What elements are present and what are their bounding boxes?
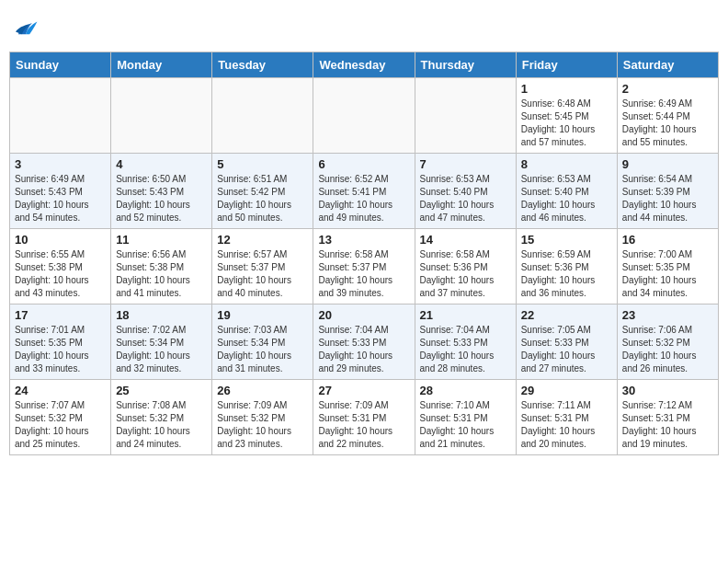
calendar-week-row: 3Sunrise: 6:49 AM Sunset: 5:43 PM Daylig…: [10, 154, 719, 229]
day-number: 11: [116, 233, 207, 247]
calendar-day-cell: 1Sunrise: 6:48 AM Sunset: 5:45 PM Daylig…: [516, 78, 617, 154]
day-number: 18: [116, 308, 207, 322]
day-info: Sunrise: 6:53 AM Sunset: 5:40 PM Dayligh…: [521, 173, 612, 224]
logo: [13, 17, 42, 37]
day-info: Sunrise: 7:01 AM Sunset: 5:35 PM Dayligh…: [15, 324, 106, 375]
day-info: Sunrise: 7:10 AM Sunset: 5:31 PM Dayligh…: [420, 399, 511, 451]
calendar-day-cell: 29Sunrise: 7:11 AM Sunset: 5:31 PM Dayli…: [516, 380, 617, 455]
calendar-table: SundayMondayTuesdayWednesdayThursdayFrid…: [9, 52, 719, 455]
logo-icon: [13, 17, 39, 37]
calendar-day-cell: 9Sunrise: 6:54 AM Sunset: 5:39 PM Daylig…: [617, 154, 718, 229]
day-info: Sunrise: 7:09 AM Sunset: 5:32 PM Dayligh…: [217, 399, 308, 451]
calendar-day-cell: 3Sunrise: 6:49 AM Sunset: 5:43 PM Daylig…: [10, 154, 111, 229]
calendar-week-row: 1Sunrise: 6:48 AM Sunset: 5:45 PM Daylig…: [10, 78, 719, 154]
calendar-day-cell: 6Sunrise: 6:52 AM Sunset: 5:41 PM Daylig…: [313, 154, 415, 229]
day-info: Sunrise: 6:58 AM Sunset: 5:37 PM Dayligh…: [318, 248, 409, 300]
day-number: 30: [622, 384, 713, 397]
day-info: Sunrise: 7:11 AM Sunset: 5:31 PM Dayligh…: [521, 399, 612, 451]
day-of-week-header: Monday: [111, 52, 212, 78]
day-info: Sunrise: 7:00 AM Sunset: 5:35 PM Dayligh…: [622, 248, 713, 300]
calendar-week-row: 17Sunrise: 7:01 AM Sunset: 5:35 PM Dayli…: [10, 304, 719, 380]
day-number: 20: [318, 308, 409, 322]
day-of-week-header: Wednesday: [313, 52, 415, 78]
day-info: Sunrise: 7:07 AM Sunset: 5:32 PM Dayligh…: [15, 399, 106, 451]
day-of-week-header: Tuesday: [212, 52, 313, 78]
calendar-day-cell: 22Sunrise: 7:05 AM Sunset: 5:33 PM Dayli…: [516, 304, 617, 380]
day-number: 2: [622, 82, 713, 96]
day-number: 1: [521, 82, 612, 96]
day-info: Sunrise: 6:50 AM Sunset: 5:43 PM Dayligh…: [116, 173, 207, 224]
calendar-day-cell: 5Sunrise: 6:51 AM Sunset: 5:42 PM Daylig…: [212, 154, 313, 229]
day-info: Sunrise: 6:59 AM Sunset: 5:36 PM Dayligh…: [521, 248, 612, 300]
calendar-day-cell: 16Sunrise: 7:00 AM Sunset: 5:35 PM Dayli…: [617, 229, 718, 304]
day-number: 21: [420, 308, 511, 322]
calendar-day-cell: 30Sunrise: 7:12 AM Sunset: 5:31 PM Dayli…: [617, 380, 718, 455]
day-number: 12: [217, 233, 308, 247]
day-info: Sunrise: 6:55 AM Sunset: 5:38 PM Dayligh…: [15, 248, 106, 300]
day-number: 10: [15, 233, 106, 247]
calendar-day-cell: [313, 78, 415, 154]
day-number: 13: [318, 233, 409, 247]
day-number: 15: [521, 233, 612, 247]
calendar-day-cell: 24Sunrise: 7:07 AM Sunset: 5:32 PM Dayli…: [10, 380, 111, 455]
calendar-day-cell: 19Sunrise: 7:03 AM Sunset: 5:34 PM Dayli…: [212, 304, 313, 380]
calendar-day-cell: 2Sunrise: 6:49 AM Sunset: 5:44 PM Daylig…: [617, 78, 718, 154]
day-info: Sunrise: 6:51 AM Sunset: 5:42 PM Dayligh…: [217, 173, 308, 224]
day-number: 8: [521, 157, 612, 171]
calendar-day-cell: 20Sunrise: 7:04 AM Sunset: 5:33 PM Dayli…: [313, 304, 415, 380]
day-info: Sunrise: 6:54 AM Sunset: 5:39 PM Dayligh…: [622, 173, 713, 224]
day-number: 5: [217, 157, 308, 171]
day-info: Sunrise: 6:49 AM Sunset: 5:44 PM Dayligh…: [622, 98, 713, 149]
day-number: 19: [217, 308, 308, 322]
day-info: Sunrise: 7:02 AM Sunset: 5:34 PM Dayligh…: [116, 324, 207, 375]
calendar-day-cell: 21Sunrise: 7:04 AM Sunset: 5:33 PM Dayli…: [415, 304, 516, 380]
day-info: Sunrise: 7:05 AM Sunset: 5:33 PM Dayligh…: [521, 324, 612, 375]
calendar-day-cell: 4Sunrise: 6:50 AM Sunset: 5:43 PM Daylig…: [111, 154, 212, 229]
calendar-day-cell: 18Sunrise: 7:02 AM Sunset: 5:34 PM Dayli…: [111, 304, 212, 380]
calendar-day-cell: 23Sunrise: 7:06 AM Sunset: 5:32 PM Dayli…: [617, 304, 718, 380]
calendar-day-cell: 15Sunrise: 6:59 AM Sunset: 5:36 PM Dayli…: [516, 229, 617, 304]
day-info: Sunrise: 6:53 AM Sunset: 5:40 PM Dayligh…: [420, 173, 511, 224]
calendar-day-cell: [111, 78, 212, 154]
day-of-week-header: Saturday: [617, 52, 718, 78]
day-number: 9: [622, 157, 713, 171]
day-of-week-header: Thursday: [415, 52, 516, 78]
day-number: 23: [622, 308, 713, 322]
day-info: Sunrise: 6:49 AM Sunset: 5:43 PM Dayligh…: [15, 173, 106, 224]
day-info: Sunrise: 6:58 AM Sunset: 5:36 PM Dayligh…: [420, 248, 511, 300]
day-info: Sunrise: 6:52 AM Sunset: 5:41 PM Dayligh…: [318, 173, 409, 224]
day-info: Sunrise: 7:08 AM Sunset: 5:32 PM Dayligh…: [116, 399, 207, 451]
calendar-header-row: SundayMondayTuesdayWednesdayThursdayFrid…: [10, 52, 719, 78]
day-info: Sunrise: 6:56 AM Sunset: 5:38 PM Dayligh…: [116, 248, 207, 300]
day-number: 16: [622, 233, 713, 247]
day-number: 26: [217, 384, 308, 397]
day-info: Sunrise: 7:12 AM Sunset: 5:31 PM Dayligh…: [622, 399, 713, 451]
calendar-day-cell: 25Sunrise: 7:08 AM Sunset: 5:32 PM Dayli…: [111, 380, 212, 455]
day-info: Sunrise: 6:57 AM Sunset: 5:37 PM Dayligh…: [217, 248, 308, 300]
day-number: 14: [420, 233, 511, 247]
calendar-day-cell: 28Sunrise: 7:10 AM Sunset: 5:31 PM Dayli…: [415, 380, 516, 455]
day-number: 28: [420, 384, 511, 397]
calendar-day-cell: 27Sunrise: 7:09 AM Sunset: 5:31 PM Dayli…: [313, 380, 415, 455]
page-header: [9, 9, 719, 44]
day-info: Sunrise: 7:04 AM Sunset: 5:33 PM Dayligh…: [420, 324, 511, 375]
calendar-day-cell: 8Sunrise: 6:53 AM Sunset: 5:40 PM Daylig…: [516, 154, 617, 229]
calendar-day-cell: [10, 78, 111, 154]
calendar-day-cell: 10Sunrise: 6:55 AM Sunset: 5:38 PM Dayli…: [10, 229, 111, 304]
day-info: Sunrise: 7:06 AM Sunset: 5:32 PM Dayligh…: [622, 324, 713, 375]
calendar-day-cell: 12Sunrise: 6:57 AM Sunset: 5:37 PM Dayli…: [212, 229, 313, 304]
day-of-week-header: Sunday: [10, 52, 111, 78]
day-info: Sunrise: 7:09 AM Sunset: 5:31 PM Dayligh…: [318, 399, 409, 451]
calendar-day-cell: 11Sunrise: 6:56 AM Sunset: 5:38 PM Dayli…: [111, 229, 212, 304]
day-info: Sunrise: 7:03 AM Sunset: 5:34 PM Dayligh…: [217, 324, 308, 375]
calendar-day-cell: 17Sunrise: 7:01 AM Sunset: 5:35 PM Dayli…: [10, 304, 111, 380]
day-number: 29: [521, 384, 612, 397]
calendar-week-row: 24Sunrise: 7:07 AM Sunset: 5:32 PM Dayli…: [10, 380, 719, 455]
calendar-day-cell: [212, 78, 313, 154]
calendar-week-row: 10Sunrise: 6:55 AM Sunset: 5:38 PM Dayli…: [10, 229, 719, 304]
day-number: 25: [116, 384, 207, 397]
day-number: 17: [15, 308, 106, 322]
day-of-week-header: Friday: [516, 52, 617, 78]
day-number: 6: [318, 157, 409, 171]
day-number: 3: [15, 157, 106, 171]
